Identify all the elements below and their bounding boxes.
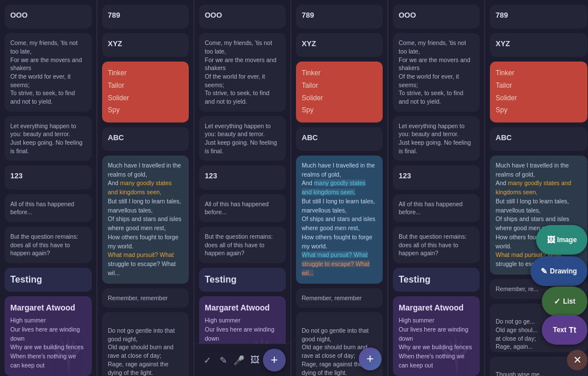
testing-label-5: Testing bbox=[399, 275, 431, 284]
card-remember-2: Remember, remember bbox=[102, 288, 189, 308]
question-text-3: But the question remains: does all of th… bbox=[205, 233, 273, 256]
toolbar-image-3[interactable]: 🖼 bbox=[247, 352, 263, 368]
card-123-5: 123 bbox=[393, 165, 480, 189]
card-789-2: 789 bbox=[102, 5, 189, 28]
panel-5-content: OOO Come, my friends, 'tis not too late,… bbox=[388, 0, 484, 376]
card-all-3: All of this has happened before... bbox=[199, 194, 286, 222]
card-margaret-5: Margaret Atwood High summer Our lives he… bbox=[393, 296, 480, 376]
toolbar-check-3[interactable]: ✓ bbox=[199, 352, 215, 368]
text-label-float: Text bbox=[553, 326, 566, 334]
title-123-3: 123 bbox=[205, 171, 280, 181]
card-testing-3: Testing bbox=[199, 268, 286, 292]
title-abc-2: ABC bbox=[108, 133, 183, 143]
remember-text-2: Remember, remember bbox=[108, 295, 168, 301]
list-tailor-4: Tailor bbox=[302, 80, 377, 92]
panel-5: OOO Come, my friends, 'tis not too late,… bbox=[388, 0, 485, 376]
poem-text-5: Come, my friends, 'tis not too late, For… bbox=[399, 39, 470, 105]
beauty-text-3: Let everything happen to you: beauty and… bbox=[205, 122, 277, 154]
remember-text-4: Remember, remember bbox=[302, 295, 362, 301]
panel-4-content: 789 XYZ Tinker Tailor Solider Spy ABC Mu… bbox=[291, 0, 387, 376]
card-gentle-2: Do not go gentle into that good night, O… bbox=[102, 312, 189, 376]
list-spy-6: Spy bbox=[496, 104, 582, 117]
card-beauty-3: Let everything happen to you: beauty and… bbox=[199, 116, 286, 161]
list-spy-4: Spy bbox=[302, 104, 377, 117]
panel-3-content: OOO Come, my friends, 'tis not too late,… bbox=[194, 0, 290, 376]
toolbar-3: ✓ ✎ 🎤 🖼 + bbox=[194, 344, 290, 376]
margaret-author-5: Margaret Atwood bbox=[399, 302, 474, 314]
title-xyz-2: XYZ bbox=[108, 39, 183, 49]
title-ooo-3: OOO bbox=[205, 10, 280, 21]
toolbar-pen-3[interactable]: ✎ bbox=[215, 352, 231, 368]
close-button[interactable]: ✕ bbox=[567, 350, 587, 370]
image-icon: 🖼 bbox=[547, 235, 555, 244]
toolbar-mic-3[interactable]: 🎤 bbox=[231, 352, 247, 368]
margaret-author-3: Margaret Atwood bbox=[205, 302, 280, 314]
float-btn-text[interactable]: Text Tt bbox=[542, 315, 587, 345]
all-text-5: All of this has happened before... bbox=[399, 201, 463, 216]
title-abc-4: ABC bbox=[302, 133, 377, 143]
title-123-5: 123 bbox=[399, 171, 474, 181]
card-list-4: Tinker Tailor Solider Spy bbox=[296, 62, 383, 122]
title-xyz-6: XYZ bbox=[496, 39, 582, 49]
panel-4: 789 XYZ Tinker Tailor Solider Spy ABC Mu… bbox=[291, 0, 388, 376]
poem-content-4: Much have I travelled in the realms of g… bbox=[302, 162, 375, 276]
card-question-3: But the question remains: does all of th… bbox=[199, 227, 286, 263]
wise-text-6: Though wise me... know dark is right, Be… bbox=[496, 371, 555, 376]
card-poem-highlighted-4: Much have I travelled in the realms of g… bbox=[296, 156, 383, 284]
list-solider-2: Solider bbox=[108, 92, 183, 105]
card-xyz-2: XYZ bbox=[102, 33, 189, 57]
gentle-text-2: Do not go gentle into that good night, O… bbox=[108, 327, 175, 375]
card-poem-5: Come, my friends, 'tis not too late, For… bbox=[393, 33, 480, 112]
card-testing-1: Testing bbox=[5, 268, 92, 292]
float-btn-image[interactable]: 🖼 Image bbox=[536, 225, 587, 255]
all-text-1: All of this has happened before... bbox=[10, 201, 74, 216]
text-icon: Tt bbox=[569, 325, 576, 334]
remember-text-6: Remember, re... bbox=[496, 285, 538, 292]
title-789-2: 789 bbox=[108, 10, 183, 21]
close-icon: ✕ bbox=[573, 354, 582, 366]
panel-3: OOO Come, my friends, 'tis not too late,… bbox=[194, 0, 291, 376]
card-all-1: All of this has happened before... bbox=[5, 194, 92, 222]
testing-label-1: Testing bbox=[10, 275, 42, 284]
title-ooo-1: OOO bbox=[10, 10, 86, 21]
fab-4-container: + bbox=[359, 348, 382, 370]
all-text-3: All of this has happened before... bbox=[205, 201, 269, 216]
list-label: List bbox=[563, 297, 575, 305]
card-789-4: 789 bbox=[296, 5, 383, 28]
list-tinker-4: Tinker bbox=[302, 67, 377, 80]
drawing-label: Drawing bbox=[550, 267, 577, 275]
card-789-6: 789 bbox=[490, 5, 587, 28]
card-remember-4: Remember, remember bbox=[296, 288, 383, 308]
card-ooo-1: OOO bbox=[5, 5, 92, 28]
list-spy-2: Spy bbox=[108, 104, 183, 117]
title-789-4: 789 bbox=[302, 10, 377, 21]
panel-1: OOO Come, my friends, 'tis not too late,… bbox=[0, 0, 97, 376]
list-icon: ✓ bbox=[554, 297, 561, 306]
poem-content-2: Much have I travelled in the realms of g… bbox=[108, 162, 181, 276]
title-ooo-5: OOO bbox=[399, 10, 474, 21]
card-list-2: Tinker Tailor Solider Spy bbox=[102, 62, 189, 122]
card-beauty-1: Let everything happen to you: beauty and… bbox=[5, 116, 92, 161]
beauty-text-1: Let everything happen to you: beauty and… bbox=[10, 122, 83, 154]
poem-text-1: Come, my friends, 'tis not too late, For… bbox=[10, 39, 82, 105]
margaret-author-1: Margaret Atwood bbox=[10, 302, 86, 314]
list-solider-6: Solider bbox=[496, 92, 582, 105]
fab-3[interactable]: + bbox=[263, 349, 286, 371]
card-question-1: But the question remains: does all of th… bbox=[5, 227, 92, 263]
poem-text-3: Come, my friends, 'tis not too late, For… bbox=[205, 39, 276, 105]
float-btn-list[interactable]: ✓ List bbox=[542, 287, 587, 316]
float-btn-drawing[interactable]: ✎ Drawing bbox=[530, 256, 587, 286]
card-testing-5: Testing bbox=[393, 268, 480, 292]
list-tailor-2: Tailor bbox=[108, 80, 183, 92]
fab-4[interactable]: + bbox=[359, 348, 382, 370]
card-abc-6: ABC bbox=[490, 127, 587, 151]
card-xyz-4: XYZ bbox=[296, 33, 383, 57]
card-question-5: But the question remains: does all of th… bbox=[393, 227, 480, 263]
palm-decoration-1 bbox=[46, 330, 92, 376]
list-tailor-6: Tailor bbox=[496, 80, 582, 92]
card-poem-3: Come, my friends, 'tis not too late, For… bbox=[199, 33, 286, 112]
card-beauty-5: Let everything happen to you: beauty and… bbox=[393, 116, 480, 161]
card-abc-2: ABC bbox=[102, 127, 189, 151]
card-list-6: Tinker Tailor Solider Spy bbox=[490, 62, 587, 122]
card-poem-1: Come, my friends, 'tis not too late, For… bbox=[5, 33, 92, 112]
